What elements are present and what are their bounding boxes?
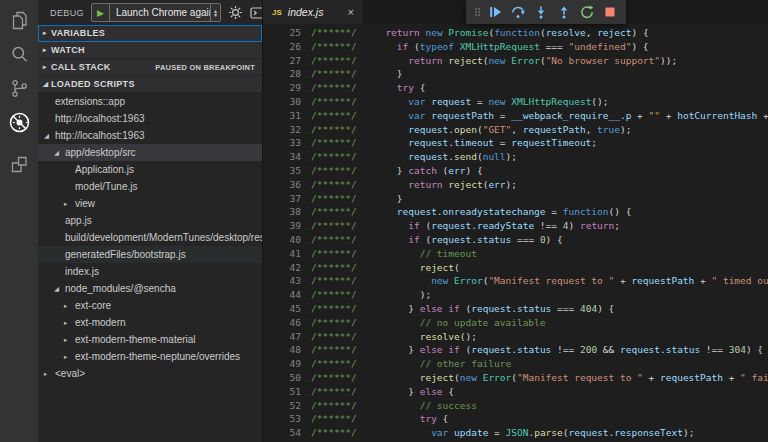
code-line[interactable]: 44/******/ );	[263, 288, 768, 302]
twistie-expanded-icon[interactable]: ◢	[54, 149, 65, 157]
tree-item[interactable]: ▸ext-modern	[38, 314, 262, 331]
close-tab-icon[interactable]: ×	[348, 7, 354, 18]
twistie-expanded-icon[interactable]: ◢	[54, 285, 65, 293]
twistie-expanded-icon[interactable]: ◢	[38, 80, 51, 88]
line-number[interactable]: 33	[263, 136, 301, 150]
code-line[interactable]: 32/******/ request.open("GET", requestPa…	[263, 123, 768, 137]
search-icon[interactable]	[0, 37, 38, 71]
code-line[interactable]: 33/******/ request.timeout = requestTime…	[263, 136, 768, 150]
section-loaded-scripts[interactable]: ◢ LOADED SCRIPTS	[38, 76, 262, 93]
twistie-collapsed-icon[interactable]: ▸	[64, 200, 75, 208]
debug-icon[interactable]	[0, 105, 38, 139]
twistie-collapsed-icon[interactable]: ▸	[64, 319, 75, 327]
code-line[interactable]: 27/******/ return reject(new Error("No b…	[263, 54, 768, 68]
code-line[interactable]: 26/******/ if (typeof XMLHttpRequest ===…	[263, 40, 768, 54]
code-line[interactable]: 50/******/ reject(new Error("Manifest re…	[263, 371, 768, 385]
code-line[interactable]: 54/******/ var update = JSON.parse(reque…	[263, 426, 768, 440]
tree-item[interactable]: ▸<eval>	[38, 365, 262, 382]
code-line[interactable]: 37/******/ }	[263, 192, 768, 206]
tree-item[interactable]: app.js	[38, 212, 262, 229]
step-into-button[interactable]	[530, 2, 551, 22]
line-number[interactable]: 30	[263, 95, 301, 109]
line-number[interactable]: 50	[263, 371, 301, 385]
tree-item[interactable]: ◢app/desktop/src	[38, 144, 262, 161]
line-number[interactable]: 53	[263, 412, 301, 426]
twistie-collapsed-icon[interactable]: ▸	[64, 353, 75, 361]
toolbar-drag-handle[interactable]	[472, 4, 482, 20]
source-control-icon[interactable]	[0, 71, 38, 105]
tree-item[interactable]: ▸ext-modern-theme-neptune/overrides	[38, 348, 262, 365]
step-out-button[interactable]	[553, 2, 574, 22]
tree-item[interactable]: ◢node_modules/@sencha	[38, 280, 262, 297]
line-number[interactable]: 36	[263, 178, 301, 192]
twistie-collapsed-icon[interactable]: ▸	[38, 46, 51, 54]
extensions-icon[interactable]	[0, 147, 38, 181]
line-number[interactable]: 26	[263, 40, 301, 54]
tree-item[interactable]: ▸ext-modern-theme-material	[38, 331, 262, 348]
tab-index-js[interactable]: JS index.js ×	[263, 0, 363, 24]
code-line[interactable]: 43/******/ new Error("Manifest request t…	[263, 274, 768, 288]
line-number[interactable]: 52	[263, 399, 301, 413]
line-number[interactable]: 46	[263, 316, 301, 330]
tree-item[interactable]: index.js	[38, 263, 262, 280]
launch-config-select[interactable]: Launch Chrome agains	[110, 4, 210, 21]
line-number[interactable]: 28	[263, 67, 301, 81]
line-number[interactable]: 41	[263, 247, 301, 261]
explorer-icon[interactable]	[0, 3, 38, 37]
line-number[interactable]: 48	[263, 343, 301, 357]
line-number[interactable]: 25	[263, 26, 301, 40]
restart-button[interactable]	[576, 2, 597, 22]
code-line[interactable]: 34/******/ request.send(null);	[263, 150, 768, 164]
line-number[interactable]: 32	[263, 123, 301, 137]
twistie-collapsed-icon[interactable]: ▸	[38, 63, 51, 71]
tree-item[interactable]: ▸view	[38, 195, 262, 212]
code-line[interactable]: 25/******/ return new Promise(function(r…	[263, 26, 768, 40]
line-number[interactable]: 27	[263, 54, 301, 68]
line-number[interactable]: 38	[263, 205, 301, 219]
code-editor[interactable]: 25/******/ return new Promise(function(r…	[263, 24, 768, 442]
code-line[interactable]: 52/******/ // success	[263, 399, 768, 413]
line-number[interactable]: 54	[263, 426, 301, 440]
line-number[interactable]: 39	[263, 219, 301, 233]
line-number[interactable]: 44	[263, 288, 301, 302]
line-number[interactable]: 35	[263, 164, 301, 178]
tree-item[interactable]: extensions::app	[38, 93, 262, 110]
tree-item[interactable]: generatedFiles/bootstrap.js	[38, 246, 262, 263]
stop-button[interactable]	[599, 2, 620, 22]
line-number[interactable]: 42	[263, 261, 301, 275]
code-line[interactable]: 30/******/ var request = new XMLHttpRequ…	[263, 95, 768, 109]
line-number[interactable]: 31	[263, 109, 301, 123]
twistie-expanded-icon[interactable]: ◢	[44, 132, 55, 140]
code-line[interactable]: 53/******/ try {	[263, 412, 768, 426]
line-number[interactable]: 34	[263, 150, 301, 164]
chevron-up-down-icon[interactable]: ▴▾	[210, 4, 220, 21]
line-number[interactable]: 43	[263, 274, 301, 288]
section-call-stack[interactable]: ▸ CALL STACK PAUSED ON BREAKPOINT	[38, 59, 262, 76]
line-number[interactable]: 51	[263, 385, 301, 399]
line-number[interactable]: 47	[263, 330, 301, 344]
debug-console-icon[interactable]	[250, 5, 262, 20]
twistie-collapsed-icon[interactable]: ▸	[64, 336, 75, 344]
tree-item[interactable]: Application.js	[38, 161, 262, 178]
code-line[interactable]: 47/******/ resolve();	[263, 330, 768, 344]
code-line[interactable]: 36/******/ return reject(err);	[263, 178, 768, 192]
twistie-collapsed-icon[interactable]: ▸	[38, 29, 51, 37]
section-variables[interactable]: ▸ VARIABLES	[38, 25, 262, 42]
tree-item[interactable]: ▸ext-core	[38, 297, 262, 314]
section-watch[interactable]: ▸ WATCH	[38, 42, 262, 59]
code-line[interactable]: 46/******/ // no update available	[263, 316, 768, 330]
code-line[interactable]: 38/******/ request.onreadystatechange = …	[263, 205, 768, 219]
line-number[interactable]: 37	[263, 192, 301, 206]
code-line[interactable]: 42/******/ reject(	[263, 261, 768, 275]
code-line[interactable]: 51/******/ } else {	[263, 385, 768, 399]
code-line[interactable]: 41/******/ // timeout	[263, 247, 768, 261]
line-number[interactable]: 45	[263, 302, 301, 316]
tree-item[interactable]: ◢http://localhost:1963	[38, 127, 262, 144]
tree-item[interactable]: model/Tune.js	[38, 178, 262, 195]
line-number[interactable]: 29	[263, 81, 301, 95]
code-line[interactable]: 49/******/ // other failure	[263, 357, 768, 371]
code-line[interactable]: 40/******/ if (request.status === 0) {	[263, 233, 768, 247]
code-line[interactable]: 39/******/ if (request.readyState !== 4)…	[263, 219, 768, 233]
code-line[interactable]: 48/******/ } else if (request.status !==…	[263, 343, 768, 357]
twistie-collapsed-icon[interactable]: ▸	[64, 302, 75, 310]
